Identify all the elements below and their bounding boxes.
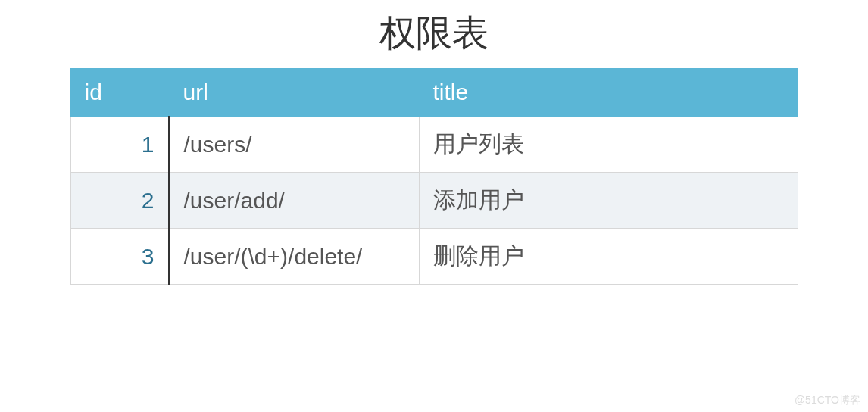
table-row: 2 /user/add/ 添加用户 (70, 173, 798, 229)
col-header-id: id (70, 69, 169, 117)
col-header-title: title (419, 69, 798, 117)
cell-id: 3 (70, 229, 169, 285)
cell-url: /users/ (169, 117, 419, 173)
cell-id: 2 (70, 173, 169, 229)
table-header-row: id url title (70, 69, 798, 117)
table-row: 3 /user/(\d+)/delete/ 删除用户 (70, 229, 798, 285)
col-header-url: url (169, 69, 419, 117)
permissions-table: id url title 1 /users/ 用户列表 2 /user/add/… (70, 68, 798, 285)
cell-url: /user/add/ (169, 173, 419, 229)
watermark: @51CTO博客 (795, 394, 860, 407)
cell-url: /user/(\d+)/delete/ (169, 229, 419, 285)
page-title: 权限表 (0, 9, 868, 58)
cell-id: 1 (70, 117, 169, 173)
cell-title: 用户列表 (419, 117, 798, 173)
cell-title: 删除用户 (419, 229, 798, 285)
cell-title: 添加用户 (419, 173, 798, 229)
table-row: 1 /users/ 用户列表 (70, 117, 798, 173)
